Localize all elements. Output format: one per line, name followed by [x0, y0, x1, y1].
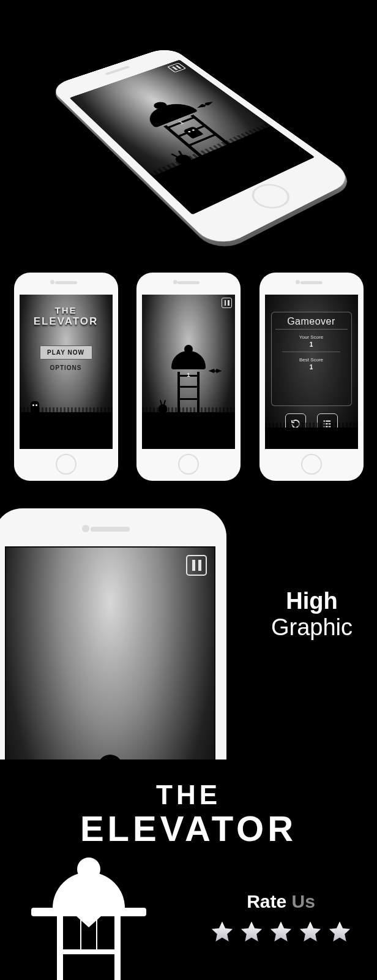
gameover-panel: Gameover Your Score 1 Best Score 1: [271, 312, 352, 406]
game-screen-large: 1: [5, 546, 215, 760]
rate-suffix: Us: [292, 891, 315, 911]
phone-mockup-gameplay: 1: [136, 273, 241, 481]
svg-rect-1: [326, 421, 330, 422]
app-title-line-2: ELEVATOR: [0, 811, 377, 846]
rate-prefix: Rate: [247, 891, 291, 911]
bird-enemy: [209, 369, 222, 373]
hero-isometric-panel: 1: [0, 0, 377, 257]
phone-mockup-menu: THE ELEVATOR PLAY NOW OPTIONS: [14, 273, 118, 481]
game-title: THE ELEVATOR: [20, 306, 113, 327]
star-rating[interactable]: [209, 919, 353, 945]
game-screen-hero: 1: [70, 60, 315, 215]
rate-us-block: Rate Us: [209, 891, 353, 945]
score-display: 1: [187, 372, 190, 378]
app-title: THE ELEVATOR: [0, 782, 377, 846]
svg-point-0: [323, 420, 324, 421]
feature-caption: High Graphic: [271, 588, 353, 641]
rate-us-panel: THE ELEVATOR Rate Us: [0, 760, 377, 980]
star-icon[interactable]: [209, 919, 235, 945]
pause-button[interactable]: [167, 62, 187, 72]
phone-mockup-hero: 1: [48, 46, 357, 250]
feature-line-1: High: [271, 588, 353, 614]
options-button[interactable]: OPTIONS: [20, 364, 113, 371]
bird-enemy: [195, 100, 215, 109]
title-line-1: THE: [20, 306, 113, 316]
gameover-title: Gameover: [275, 316, 348, 330]
your-score-value: 1: [310, 341, 313, 348]
star-icon[interactable]: [239, 919, 264, 945]
high-graphic-panel: 1 High Graphic: [0, 496, 377, 760]
phone-mockup-large: 1: [0, 508, 226, 760]
star-icon[interactable]: [268, 919, 294, 945]
star-icon[interactable]: [297, 919, 323, 945]
title-line-2: ELEVATOR: [20, 316, 113, 328]
star-icon[interactable]: [327, 919, 353, 945]
isometric-phone-wrap: 1: [48, 46, 357, 250]
menu-screen: THE ELEVATOR PLAY NOW OPTIONS: [20, 295, 113, 449]
rate-us-title: Rate Us: [209, 891, 353, 912]
gameplay-screen: 1: [142, 295, 235, 449]
app-title-line-1: THE: [0, 782, 377, 809]
pause-button[interactable]: [186, 555, 207, 576]
play-now-button[interactable]: PLAY NOW: [40, 345, 92, 360]
best-score-value: 1: [310, 364, 313, 371]
feature-line-2: Graphic: [271, 614, 353, 641]
elevator-logo-icon: [34, 858, 144, 980]
gameover-screen: Gameover Your Score 1 Best Score 1: [265, 295, 358, 449]
elevator-tower: 1: [173, 351, 204, 412]
your-score-label: Your Score: [299, 334, 323, 340]
pause-button[interactable]: [222, 298, 232, 308]
three-screens-panel: THE ELEVATOR PLAY NOW OPTIONS 1: [0, 257, 377, 496]
best-score-label: Best Score: [299, 357, 323, 363]
phone-mockup-gameover: Gameover Your Score 1 Best Score 1: [259, 273, 364, 481]
